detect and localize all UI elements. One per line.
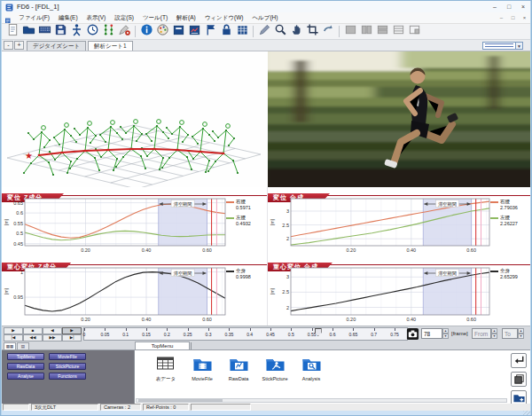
- chart-3-header: 重心変位 合成: [268, 256, 530, 265]
- shortcut-folder-rawdata[interactable]: RawData: [221, 356, 256, 404]
- toolbar-box-archive-button[interactable]: [170, 24, 186, 39]
- table-data-icon: [156, 359, 176, 374]
- toolbar-chart-box-button[interactable]: [186, 24, 202, 39]
- last-frame-button[interactable]: ▶|: [62, 334, 82, 341]
- menu-item-1[interactable]: 編集(E): [54, 12, 82, 23]
- minimize-button[interactable]: –: [488, 2, 502, 12]
- fast-rewind-button[interactable]: ◀◀: [23, 334, 43, 341]
- first-frame-button[interactable]: |◀: [4, 334, 23, 341]
- toolbar-stick-chain-button[interactable]: [100, 24, 116, 39]
- toolbar-crop-button[interactable]: [304, 24, 320, 39]
- window-title: FD6 - [FDL_1]: [17, 3, 488, 11]
- reverse-button[interactable]: ◀: [43, 327, 62, 334]
- toolbar-save-button[interactable]: [52, 24, 68, 39]
- mdi-close-button[interactable]: ×: [519, 13, 530, 23]
- scrollbar-thumb[interactable]: [138, 399, 223, 402]
- maximize-button[interactable]: □: [502, 2, 516, 12]
- close-button[interactable]: ×: [516, 2, 530, 12]
- toolbar-pen-gear-button[interactable]: [116, 24, 132, 39]
- toolbar-clock-button[interactable]: [84, 24, 100, 39]
- video-view[interactable]: [268, 51, 530, 187]
- menu-item-5[interactable]: 解析(A): [172, 12, 200, 23]
- from-field[interactable]: From: [472, 328, 491, 339]
- chart-box-icon: [188, 24, 201, 40]
- resize-grip[interactable]: [523, 411, 530, 416]
- toolbar-person-button[interactable]: [68, 24, 84, 39]
- svg-text:0.95: 0.95: [13, 294, 23, 300]
- menu-item-4[interactable]: ツール(T): [138, 12, 172, 23]
- menu-item-2[interactable]: 表示(V): [82, 12, 111, 23]
- chart-0: 変位 Z成分0.650.60.550.50.45滞空期間0.200.400.60…: [2, 187, 268, 256]
- menu-item-3[interactable]: 設定(S): [110, 12, 138, 23]
- svg-text:2: 2: [286, 305, 289, 310]
- tab-topmenu[interactable]: TopMenu: [135, 341, 190, 349]
- frame-number-input[interactable]: 78: [421, 328, 442, 339]
- menu-bar: ファイル(F)編集(E)表示(V)設定(S)ツール(T)解析(A)ウィンドウ(W…: [2, 12, 530, 24]
- shortcut-table-data[interactable]: 表データ: [148, 356, 184, 404]
- remove-sheet-button[interactable]: -: [4, 41, 13, 50]
- folder-plus-button[interactable]: [511, 390, 527, 404]
- nav-button-analyse[interactable]: Analyse: [7, 373, 44, 380]
- ruler-tick: [395, 328, 395, 331]
- toolbar-info-button[interactable]: [138, 24, 154, 39]
- frame-stepper[interactable]: ▲▼: [442, 328, 449, 339]
- document-icon: [4, 13, 12, 24]
- layout-combobox[interactable]: ▼: [482, 42, 523, 50]
- menu-item-0[interactable]: ファイル(F): [14, 12, 54, 23]
- add-sheet-button[interactable]: +: [14, 41, 24, 50]
- stop-button[interactable]: ■: [23, 327, 43, 334]
- timeline-ruler[interactable]: 00.050.10.150.20.250.30.350.40.450.50.55…: [83, 327, 408, 341]
- shortcut-icons-panel: 表データMovieFileRawDataStickPictureAnalysis: [136, 350, 509, 404]
- return-button[interactable]: [511, 353, 527, 368]
- crop-icon: [306, 24, 319, 40]
- ruler-tick-label: 0.75: [390, 332, 399, 337]
- svg-text:0.40: 0.40: [142, 247, 152, 253]
- legend-swatch: [226, 201, 234, 203]
- toolbar-magnifier-button[interactable]: [272, 24, 288, 39]
- legend-value: 2.79036: [490, 205, 529, 210]
- toolbar-doc-new-button[interactable]: [4, 24, 20, 39]
- toolbar-grid-table-button[interactable]: [234, 24, 250, 39]
- menu-item-7[interactable]: ヘルプ(H): [247, 12, 282, 23]
- camera-button[interactable]: [406, 327, 419, 340]
- shortcut-folder-movie[interactable]: MovieFile: [184, 356, 220, 404]
- play-button[interactable]: ▶: [4, 327, 23, 334]
- toolbar-hand-button[interactable]: [288, 24, 304, 39]
- toolbar-folder-open-button[interactable]: [20, 24, 36, 39]
- tab-digitize-sheet[interactable]: デジタイズシート: [27, 41, 86, 51]
- tab-analysis-sheet[interactable]: 解析シート1: [88, 41, 132, 51]
- layers-button[interactable]: [511, 372, 527, 387]
- toolbar-flag-button[interactable]: [202, 24, 218, 39]
- mdi-restore-button[interactable]: □: [507, 13, 519, 23]
- status-bar: 3次元DLTCameras : 2Ref-Points : 0: [2, 404, 530, 411]
- nav-button-stickpicture[interactable]: StickPicture: [49, 363, 86, 370]
- step-button[interactable]: ▶: [62, 327, 82, 334]
- toolbar-lock-button[interactable]: [218, 24, 234, 39]
- toolbar-layout-5-button: [406, 24, 422, 39]
- grid-table-icon: [236, 24, 249, 40]
- toolbar-palette-button[interactable]: [154, 24, 170, 39]
- nav-button-rawdata[interactable]: RawData: [7, 363, 44, 370]
- nav-button-topmenu[interactable]: TopMenu: [7, 353, 44, 360]
- menu-item-6[interactable]: ウィンドウ(W): [200, 12, 248, 23]
- toolbar-undo-button[interactable]: [320, 24, 336, 39]
- view-tab-grid[interactable]: ▦▦: [4, 342, 16, 349]
- toolbar-filmstrip-button[interactable]: [36, 24, 52, 39]
- svg-text:0.40: 0.40: [406, 247, 416, 253]
- shortcut-folder-analysis[interactable]: Analysis: [293, 356, 329, 404]
- horizontal-scrollbar[interactable]: [136, 398, 507, 403]
- nav-button-moviefile[interactable]: MovieFile: [49, 353, 86, 360]
- fast-forward-button[interactable]: ▶▶: [43, 334, 62, 341]
- shortcut-folder-stick[interactable]: StickPicture: [257, 356, 293, 404]
- legend-value: 2.65299: [490, 274, 529, 279]
- mdi-minimize-button[interactable]: –: [496, 13, 507, 23]
- svg-text:0.20: 0.20: [81, 247, 90, 253]
- toolbar-pen-button[interactable]: [256, 24, 272, 39]
- nav-button-functions[interactable]: Functions: [49, 373, 86, 380]
- stick-figure-3d-view[interactable]: ★: [2, 51, 268, 187]
- from-stepper[interactable]: ▲▼: [491, 328, 497, 339]
- to-stepper[interactable]: ▲▼: [518, 328, 524, 339]
- view-tab-list[interactable]: ▤: [17, 342, 29, 349]
- box-archive-icon: [172, 24, 185, 40]
- to-field[interactable]: To: [502, 328, 518, 339]
